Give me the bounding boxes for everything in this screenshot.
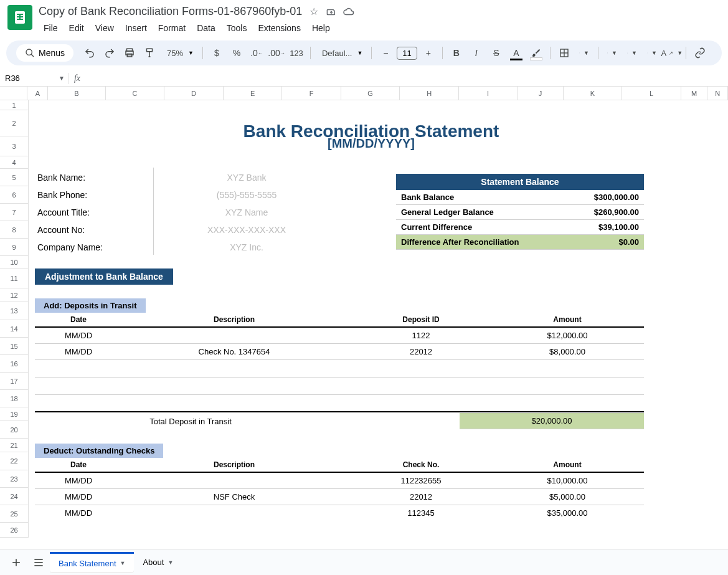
menu-view[interactable]: View (90, 21, 119, 36)
row-header-23[interactable]: 23 (0, 470, 29, 488)
paint-format-button[interactable] (141, 44, 158, 62)
increase-font-button[interactable]: + (420, 44, 437, 62)
font-dropdown[interactable]: Defaul...▼ (316, 46, 366, 60)
col-header-N[interactable]: N (707, 87, 728, 100)
row-header-21[interactable]: 21 (0, 439, 29, 452)
halign-button[interactable]: ▼ (603, 44, 621, 62)
col-header-E[interactable]: E (224, 87, 283, 100)
col-header-M[interactable]: M (681, 87, 707, 100)
row-header-15[interactable]: 15 (0, 338, 29, 355)
adjustment-header[interactable]: Adjustment to Bank Balance (35, 268, 173, 285)
menu-extensions[interactable]: Extensions (253, 21, 305, 36)
statement-header[interactable]: Statement Balance (396, 174, 644, 190)
fill-color-button[interactable] (527, 44, 545, 62)
italic-button[interactable]: I (468, 44, 485, 62)
valign-button[interactable]: ▼ (623, 44, 641, 62)
zoom-dropdown[interactable]: 75%▼ (161, 46, 197, 60)
row-header-1[interactable]: 1 (0, 100, 29, 110)
decrease-decimal-button[interactable]: .0← (248, 44, 265, 62)
menu-tools[interactable]: Tools (222, 21, 252, 36)
table-row[interactable] (35, 395, 644, 412)
rotate-button[interactable]: A↗▼ (663, 44, 681, 62)
row-header-13[interactable]: 13 (0, 302, 29, 320)
col-header-B[interactable]: B (48, 87, 106, 100)
row-header-14[interactable]: 14 (0, 320, 29, 338)
checks-header[interactable]: Deduct: Outstanding Checks (35, 444, 163, 458)
sheet-tab-bank-statement[interactable]: Bank Statement▼ (50, 552, 134, 573)
table-row[interactable]: MM/DDCheck No. 134765422012$8,000.00 (35, 344, 644, 360)
table-row[interactable] (35, 378, 644, 395)
row-header-5[interactable]: 5 (0, 169, 29, 186)
row-header-24[interactable]: 24 (0, 488, 29, 505)
font-size-input[interactable]: 11 (397, 47, 417, 60)
sheet-tab-about[interactable]: About▼ (134, 552, 182, 573)
row-header-9[interactable]: 9 (0, 239, 29, 256)
bold-button[interactable]: B (448, 44, 465, 62)
col-header-D[interactable]: D (164, 87, 224, 100)
col-header-J[interactable]: J (518, 87, 563, 100)
col-header-I[interactable]: I (459, 87, 518, 100)
doc-title[interactable]: Copy of Bank Reconciliation Forms-01-867… (39, 5, 302, 18)
all-sheets-button[interactable] (27, 551, 50, 574)
row-header-3[interactable]: 3 (0, 136, 29, 156)
row-header-4[interactable]: 4 (0, 156, 29, 169)
row-header-18[interactable]: 18 (0, 390, 29, 407)
table-row[interactable]: MM/DD1122$12,000.00 (35, 328, 644, 344)
col-amt[interactable]: Amount (496, 460, 639, 469)
col-id[interactable]: Check No. (346, 460, 496, 469)
print-button[interactable] (121, 44, 138, 62)
col-amt[interactable]: Amount (496, 315, 639, 324)
row-header-10[interactable]: 10 (0, 256, 29, 268)
statement-row[interactable]: Difference After Reconciliation$0.00 (396, 235, 644, 250)
row-header-11[interactable]: 11 (0, 268, 29, 288)
col-desc[interactable]: Description (122, 460, 346, 469)
col-header-K[interactable]: K (564, 87, 623, 100)
sheets-logo[interactable] (7, 5, 32, 30)
decrease-font-button[interactable]: − (377, 44, 394, 62)
menu-edit[interactable]: Edit (64, 21, 89, 36)
row-header-16[interactable]: 16 (0, 355, 29, 373)
col-header-F[interactable]: F (282, 87, 341, 100)
table-row[interactable]: MM/DDNSF Check22012$5,000.00 (35, 489, 644, 505)
star-icon[interactable]: ☆ (308, 6, 319, 17)
name-box-dropdown[interactable]: ▼ (55, 75, 69, 82)
deposits-header[interactable]: Add: Deposits in Transit (35, 298, 146, 313)
col-header-L[interactable]: L (622, 87, 681, 100)
row-header-22[interactable]: 22 (0, 452, 29, 470)
col-header-A[interactable]: A (27, 87, 48, 100)
increase-decimal-button[interactable]: .00→ (268, 44, 285, 62)
table-row[interactable]: MM/DD112345$35,000.00 (35, 505, 644, 520)
name-box[interactable] (0, 72, 55, 84)
col-desc[interactable]: Description (122, 315, 346, 324)
undo-button[interactable] (81, 44, 98, 62)
text-color-button[interactable]: A (508, 44, 525, 62)
redo-button[interactable] (101, 44, 118, 62)
row-header-26[interactable]: 26 (0, 523, 29, 538)
cloud-icon[interactable] (343, 6, 354, 17)
menu-help[interactable]: Help (307, 21, 335, 36)
statement-row[interactable]: Bank Balance$300,000.00 (396, 190, 644, 205)
row-header-2[interactable]: 2 (0, 110, 29, 136)
row-header-25[interactable]: 25 (0, 505, 29, 523)
col-header-H[interactable]: H (400, 87, 459, 100)
row-header-19[interactable]: 19 (0, 407, 29, 421)
statement-row[interactable]: Current Difference$39,100.00 (396, 220, 644, 235)
select-all-corner[interactable] (0, 87, 27, 100)
strikethrough-button[interactable]: S (488, 44, 505, 62)
row-header-17[interactable]: 17 (0, 373, 29, 390)
col-id[interactable]: Deposit ID (346, 315, 496, 324)
menu-format[interactable]: Format (153, 21, 191, 36)
statement-row[interactable]: General Ledger Balance$260,900.00 (396, 205, 644, 220)
move-icon[interactable] (326, 6, 337, 17)
merge-button[interactable]: ▼ (575, 44, 593, 62)
sheet-title[interactable]: Bank Reconciliation Statement (29, 110, 714, 136)
col-date[interactable]: Date (35, 460, 122, 469)
col-header-G[interactable]: G (341, 87, 400, 100)
row-header-8[interactable]: 8 (0, 221, 29, 239)
total-deposit-amount[interactable]: $20,000.00 (460, 413, 644, 429)
currency-button[interactable]: $ (208, 44, 225, 62)
col-header-C[interactable]: C (106, 87, 165, 100)
percent-button[interactable]: % (228, 44, 245, 62)
col-date[interactable]: Date (35, 315, 122, 324)
wrap-button[interactable]: ▼ (643, 44, 661, 62)
